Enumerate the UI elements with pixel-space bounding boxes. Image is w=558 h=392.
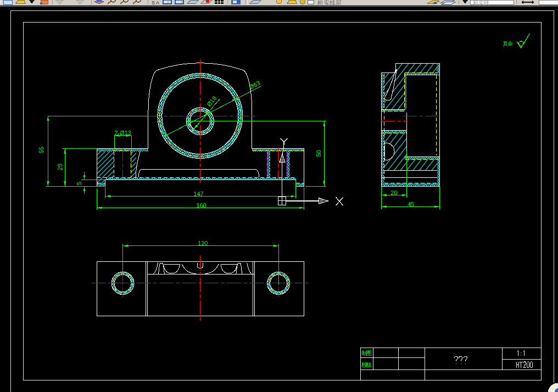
svg-text:20: 20: [390, 189, 397, 196]
svg-text:29: 29: [57, 164, 63, 170]
svg-text:制图: 制图: [361, 350, 372, 356]
svg-text:校核: 校核: [361, 361, 372, 368]
svg-text:粗实线层: 粗实线层: [317, 0, 342, 6]
svg-text:160: 160: [196, 202, 206, 209]
svg-text:147: 147: [193, 191, 203, 197]
svg-text:120: 120: [198, 240, 208, 247]
svg-text:50: 50: [315, 150, 322, 156]
svg-text:2-Ø13: 2-Ø13: [114, 130, 131, 136]
svg-text:45: 45: [408, 201, 414, 208]
svg-text:55: 55: [38, 147, 44, 153]
svg-text:其余: 其余: [503, 40, 513, 47]
svg-text:5: 5: [76, 182, 83, 185]
svg-text:S A: S A: [152, 0, 159, 5]
svg-text:粗实线: 粗实线: [473, 0, 489, 6]
